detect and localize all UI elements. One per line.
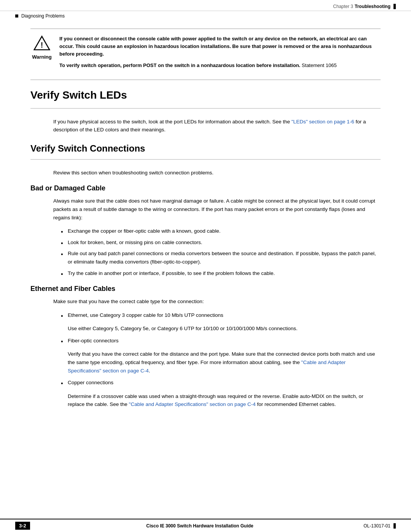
warning-line2: To verify switch operation, perform POST… [59,62,381,69]
leds-divider [30,108,381,109]
fiber-list: Fiber-optic connectors [61,337,381,345]
ethernet-sub: Use either Category 5, Category 5e, or C… [61,324,381,333]
copper-sub-end: for recommended Ethernet cables. [256,401,336,407]
copper-list: Copper connections [61,379,381,387]
verify-connections-heading: Verify Switch Connections [30,143,381,154]
main-content: ! Warning If you connect or disconnect t… [0,21,411,435]
footer-doc-num: OL-13017-01 [363,523,390,529]
copper-sub: Determine if a crossover cable was used … [61,392,381,409]
header-title: Troubleshooting [355,4,390,9]
ethernet-bullet-text: Ethernet, use Category 3 copper cable fo… [68,312,223,318]
copper-bullet-text: Copper connections [68,380,113,385]
fiber-sub: Verify that you have the correct cable f… [61,350,381,375]
footer-bar [393,523,396,529]
fiber-bullet-text: Fiber-optic connectors [68,338,119,343]
bad-cable-heading: Bad or Damaged Cable [30,184,381,192]
list-item: Look for broken, bent, or missing pins o… [61,238,381,247]
ethernet-fiber-heading: Ethernet and Fiber Cables [30,285,381,293]
ethernet-fiber-para: Make sure that you have the correct cabl… [53,297,381,306]
warning-line2-plain: Statement 1065 [300,62,336,68]
breadcrumb: Diagnosing Problems [0,11,411,21]
page-header: Chapter 3 Troubleshooting [0,0,411,11]
warning-label: Warning [32,54,52,60]
warning-block: ! Warning If you connect or disconnect t… [30,29,381,80]
breadcrumb-icon [15,14,18,18]
verify-connections-intro: Review this section when troubleshooting… [53,169,381,177]
list-item: Try the cable in another port or interfa… [61,269,381,278]
list-item-copper: Copper connections [61,379,381,387]
breadcrumb-text: Diagnosing Problems [21,13,65,19]
header-bar [393,4,396,9]
fiber-sub-end: . [149,368,150,374]
bad-cable-para: Always make sure that the cable does not… [53,197,381,222]
verify-leds-heading: Verify Switch LEDs [30,89,381,101]
bad-cable-list: Exchange the copper or fiber-optic cable… [61,227,381,277]
ethernet-fiber-list: Ethernet, use Category 3 copper cable fo… [61,311,381,320]
warning-line1: If you connect or disconnect the console… [59,35,381,58]
warning-icon-col: ! Warning [30,35,53,60]
leds-link[interactable]: "LEDs" section on page 1-6 [292,119,354,125]
verify-leds-para: If you have physical access to the switc… [53,118,381,134]
warning-text: If you connect or disconnect the console… [59,35,381,73]
list-item: Exchange the copper or fiber-optic cable… [61,227,381,235]
copper-link[interactable]: "Cable and Adapter Specifications" secti… [129,401,256,407]
header-chapter: Chapter 3 [333,4,353,9]
verify-leds-para-text: If you have physical access to the switc… [53,119,292,125]
list-item-ethernet: Ethernet, use Category 3 copper cable fo… [61,311,381,320]
connections-divider [30,159,381,160]
list-item: Rule out any bad patch panel connections… [61,249,381,266]
footer-page-num: 3-2 [15,522,30,530]
footer-doc-title: Cisco IE 3000 Switch Hardware Installati… [36,523,363,529]
list-item-fiber: Fiber-optic connectors [61,337,381,345]
page-footer: 3-2 Cisco IE 3000 Switch Hardware Instal… [0,519,411,532]
svg-text:!: ! [41,41,43,49]
warning-icon: ! [33,35,50,52]
warning-line2-bold: To verify switch operation, perform POST… [59,62,300,68]
